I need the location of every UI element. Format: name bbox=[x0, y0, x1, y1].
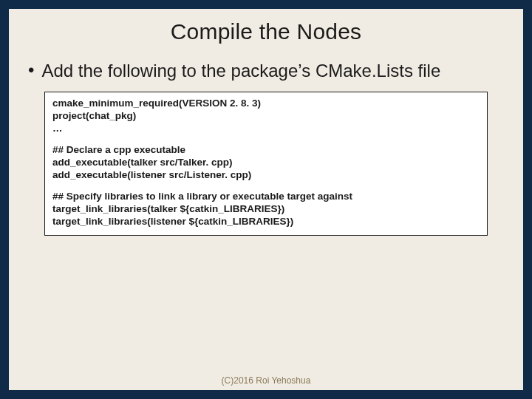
code-line: cmake_minimum_required(VERSION 2. 8. 3) bbox=[52, 97, 480, 109]
bullet-item: • Add the following to the package’s CMa… bbox=[27, 61, 505, 81]
code-line: project(chat_pkg) bbox=[52, 109, 480, 122]
code-spacer bbox=[52, 134, 480, 143]
code-line: target_link_libraries(talker ${catkin_LI… bbox=[52, 202, 480, 215]
code-line: target_link_libraries(listener ${catkin_… bbox=[52, 215, 480, 228]
slide-title: Compile the Nodes bbox=[27, 19, 505, 44]
code-spacer bbox=[52, 181, 480, 190]
code-line: … bbox=[52, 122, 480, 134]
bullet-text: Add the following to the package’s CMake… bbox=[41, 61, 440, 81]
code-line: add_executable(listener src/Listener. cp… bbox=[52, 168, 480, 181]
code-line: add_executable(talker src/Talker. cpp) bbox=[52, 156, 480, 168]
slide: Compile the Nodes • Add the following to… bbox=[9, 9, 523, 390]
code-block: cmake_minimum_required(VERSION 2. 8. 3) … bbox=[44, 92, 488, 236]
footer-copyright: (C)2016 Roi Yehoshua bbox=[9, 375, 523, 386]
bullet-dot-icon: • bbox=[28, 60, 34, 81]
code-line: ## Specify libraries to link a library o… bbox=[52, 190, 480, 202]
code-line: ## Declare a cpp executable bbox=[52, 143, 480, 156]
